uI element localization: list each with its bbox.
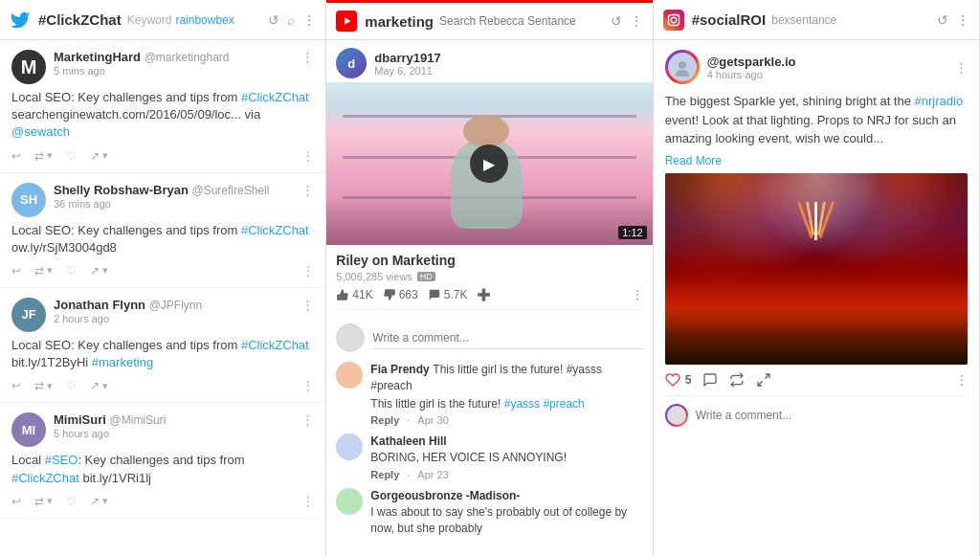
current-user-avatar <box>336 323 365 352</box>
tweet-hashtag-link2[interactable]: #marketing <box>92 355 153 369</box>
ig-share-action[interactable] <box>756 372 771 388</box>
ig-comment-avatar-inner <box>667 406 686 425</box>
reply-action[interactable]: ↩ <box>11 379 21 392</box>
more-action[interactable]: ⋮ <box>302 149 314 163</box>
share-action[interactable]: ↗ ▾ <box>90 495 108 508</box>
share-action[interactable]: ↗ ▾ <box>90 149 108 163</box>
tweet-hashtag-seo[interactable]: #SEO <box>45 453 78 467</box>
retweet-action[interactable]: ⇄ ▾ <box>34 495 53 508</box>
more-icon[interactable]: ⋮ <box>956 12 969 28</box>
video-stats: 41K 663 5.7K ➕ ⋮ <box>336 288 642 310</box>
youtube-header-icons: ↺ ⋮ <box>611 13 643 29</box>
comment-3: Gorgeousbronze -Madison- I was about to … <box>336 488 642 537</box>
more-icon[interactable]: ⋮ <box>302 12 316 28</box>
ig-concert-image <box>665 173 968 365</box>
reply-button[interactable]: Reply <box>370 469 399 480</box>
tweet-time: 5 mins ago <box>54 65 294 77</box>
tweet-more-icon[interactable]: ⋮ <box>301 412 314 427</box>
tweet-time: 5 hours ago <box>54 428 294 439</box>
share-action[interactable]: ↗ ▾ <box>90 264 108 278</box>
tweet-more-icon[interactable]: ⋮ <box>301 183 314 197</box>
ig-read-more[interactable]: Read More <box>665 154 968 167</box>
twitter-hashtag: #ClickZChat <box>38 11 122 28</box>
like-action[interactable]: ♡ <box>66 379 77 392</box>
retweet-action[interactable]: ⇄ ▾ <box>34 379 53 392</box>
instagram-icon <box>663 10 684 31</box>
tweet-user-info: MarketingHard @marketinghard 5 mins ago <box>54 50 294 77</box>
youtube-search-input[interactable] <box>439 14 611 28</box>
tweet-user-info: MimiSuri @MimiSuri 5 hours ago <box>54 412 294 439</box>
share-action[interactable]: ↗ ▾ <box>90 379 108 392</box>
uploader-info: dbarry1917 May 6, 2011 <box>374 51 440 77</box>
tweet-time: 36 mins ago <box>54 198 294 210</box>
tweet-hashtag-link[interactable]: #ClickZChat <box>11 471 79 485</box>
comment-stat[interactable]: 5.7K <box>428 288 468 301</box>
reply-action[interactable]: ↩ <box>11 495 21 508</box>
tweet-hashtag-link[interactable]: #ClickZChat <box>241 90 309 104</box>
comment-input[interactable] <box>372 327 642 349</box>
instagram-feed: @getsparkle.io 4 hours ago ⋮ The biggest… <box>654 40 979 556</box>
ig-more-action[interactable]: ⋮ <box>956 373 968 387</box>
tweet-mention-link[interactable]: @sewatch <box>11 124 70 139</box>
twitter-feed: M MarketingHard @marketinghard 5 mins ag… <box>0 40 325 556</box>
comment-body-3: Gorgeousbronze -Madison- I was about to … <box>370 488 642 537</box>
tweet-hashtag-link[interactable]: #ClickZChat <box>241 223 309 237</box>
ig-hashtag-link[interactable]: #nrjradio <box>915 94 964 108</box>
ig-avatar <box>665 50 700 84</box>
tweet-text: Local SEO: Key challenges and tips from … <box>11 222 314 256</box>
dislike-stat[interactable]: 663 <box>383 288 418 301</box>
tweet-more-icon[interactable]: ⋮ <box>301 50 314 64</box>
yt-more-icon[interactable]: ⋮ <box>632 288 643 301</box>
reply-action[interactable]: ↩ <box>11 149 21 163</box>
like-action[interactable]: ♡ <box>66 495 77 508</box>
refresh-icon[interactable]: ↺ <box>268 12 279 28</box>
refresh-icon[interactable]: ↺ <box>611 13 622 29</box>
ig-post-time: 4 hours ago <box>707 69 947 80</box>
retweet-action[interactable]: ⇄ ▾ <box>34 264 53 278</box>
comment-avatar-fia <box>336 362 363 389</box>
comment-body-1: Fia Prendy This little girl is the futur… <box>370 362 642 426</box>
search-icon[interactable]: ⌕ <box>287 12 295 28</box>
comment-date: Apr 23 <box>417 469 448 480</box>
twitter-header: #ClickZChat Keyword rainbowbex ↺ ⌕ ⋮ <box>0 0 325 40</box>
add-stat[interactable]: ➕ <box>477 288 491 301</box>
tweet-hashtag-link[interactable]: #ClickZChat <box>241 338 309 352</box>
ig-more-icon[interactable]: ⋮ <box>955 60 968 75</box>
video-thumbnail[interactable]: ▶ 1:12 <box>326 82 652 245</box>
video-title: Riley on Marketing <box>336 253 642 268</box>
more-icon[interactable]: ⋮ <box>630 13 643 29</box>
avatar-marketinghard: M <box>11 50 46 84</box>
tweet-user-info: Jonathan Flynn @JPFlynn 2 hours ago <box>54 298 294 324</box>
video-info: Riley on Marketing 5,006,285 views HD 41… <box>326 245 652 318</box>
comment-text-display: BORING, HER VOICE IS ANNOYING! <box>370 450 642 466</box>
ig-like-action[interactable]: 5 <box>665 372 692 388</box>
retweet-action[interactable]: ⇄ ▾ <box>34 149 53 163</box>
uploader-name: dbarry1917 <box>374 51 440 65</box>
tweet-username: Jonathan Flynn <box>54 298 145 312</box>
comment-avatar-kat <box>336 434 363 460</box>
refresh-icon[interactable]: ↺ <box>937 12 948 28</box>
youtube-channel: marketing <box>365 13 434 30</box>
comment-text-display: I was about to say she's probably out of… <box>370 504 642 537</box>
ig-repost-action[interactable] <box>729 372 745 388</box>
ig-comment-input[interactable] <box>696 409 968 422</box>
reply-action[interactable]: ↩ <box>11 264 21 278</box>
tweet-actions: ↩ ⇄ ▾ ♡ ↗ ▾ ⋮ <box>11 379 314 392</box>
like-action[interactable]: ♡ <box>66 149 77 163</box>
tweet-username: Shelly Robshaw-Bryan <box>54 183 189 197</box>
more-action[interactable]: ⋮ <box>302 379 314 392</box>
more-action[interactable]: ⋮ <box>302 495 314 508</box>
tweet-more-icon[interactable]: ⋮ <box>301 298 314 312</box>
tweet-2: SH Shelly Robshaw-Bryan @SurefireShell 3… <box>0 173 325 288</box>
ig-username: @getsparkle.io <box>707 55 947 69</box>
tweet-text: Local SEO: Key challenges and tips from … <box>11 89 314 142</box>
svg-point-7 <box>676 70 689 77</box>
more-action[interactable]: ⋮ <box>302 264 314 278</box>
tweet-handle: @MimiSuri <box>110 413 167 427</box>
ig-comment-action[interactable] <box>702 372 718 388</box>
like-stat[interactable]: 41K <box>336 288 372 301</box>
like-action[interactable]: ♡ <box>66 264 77 278</box>
reply-button[interactable]: Reply <box>370 414 399 426</box>
separator: · <box>407 469 410 480</box>
tweet-handle: @SurefireShell <box>192 184 270 197</box>
